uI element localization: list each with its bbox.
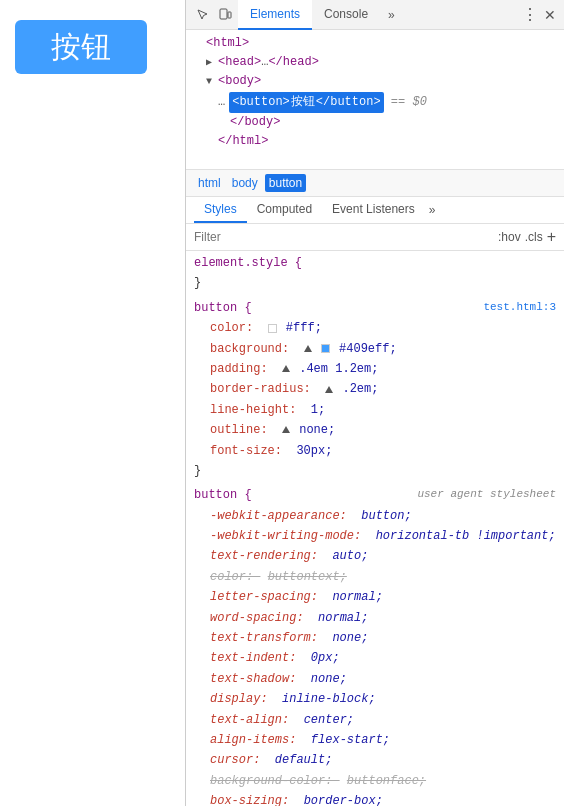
dom-body-close: </body> — [230, 113, 280, 132]
css-prop-color: color: — [194, 321, 260, 335]
css-line-height-line: line-height: 1; — [194, 400, 556, 420]
css-button-selector-line: button { test.html:3 — [194, 298, 556, 318]
filter-add-button[interactable]: + — [547, 228, 556, 246]
css-source-link[interactable]: test.html:3 — [483, 298, 556, 317]
dom-button-selected[interactable]: <button>按钮</button> — [229, 92, 383, 113]
filter-hov-button[interactable]: :hov — [498, 230, 521, 244]
styles-section: element.style { } button { test.html:3 c… — [186, 251, 564, 806]
css-padding-triangle[interactable] — [282, 365, 290, 372]
css-prop-bg-color-ua: background-color: — [194, 774, 340, 788]
css-value-color-ua: buttontext; — [268, 570, 347, 584]
css-letter-spacing-line: letter-spacing: normal; — [194, 587, 556, 607]
css-selector-element: element.style { — [194, 256, 302, 270]
css-prop-background: background: — [194, 342, 296, 356]
more-tabs-icon[interactable]: » — [388, 8, 395, 22]
dom-head-dots: … — [261, 53, 268, 72]
css-prop-align-items: align-items: — [194, 733, 304, 747]
css-webkit-appearance-line: -webkit-appearance: button; — [194, 506, 556, 526]
css-value-text-shadow: none; — [311, 672, 347, 686]
css-value-outline: none; — [299, 423, 335, 437]
inspect-icon[interactable] — [194, 6, 212, 24]
css-value-word-spacing: normal; — [318, 611, 368, 625]
css-value-border-radius: .2em; — [342, 382, 378, 396]
tab-elements[interactable]: Elements — [238, 0, 312, 30]
svg-rect-0 — [220, 9, 227, 19]
css-prop-text-indent: text-indent: — [194, 651, 304, 665]
css-background-swatch[interactable] — [321, 344, 330, 353]
css-prop-webkit-appearance: -webkit-appearance: — [194, 509, 354, 523]
dom-html-close-line: </html> — [194, 132, 556, 151]
css-ua-selector-line: button { user agent stylesheet — [194, 485, 556, 505]
css-rules: element.style { } button { test.html:3 c… — [186, 251, 564, 806]
user-agent-label: user agent stylesheet — [417, 485, 556, 504]
demo-button[interactable]: 按钮 — [15, 20, 147, 74]
dom-selected-indicator: == $0 — [384, 93, 427, 112]
dom-panel: <html> ▶ <head>…</head> ▼ <body> … <butt… — [186, 30, 564, 170]
filter-bar: :hov .cls + — [186, 224, 564, 251]
dom-html-tag: <html> — [206, 34, 249, 53]
dom-html-close: </html> — [218, 132, 268, 151]
css-background-line: background: #409eff; — [194, 339, 556, 359]
css-color-swatch[interactable] — [268, 324, 277, 333]
css-font-size-line: font-size: 30px; — [194, 441, 556, 461]
dom-body-triangle[interactable]: ▼ — [206, 74, 218, 90]
devtools-close-icon[interactable]: ✕ — [544, 7, 556, 23]
css-prop-cursor: cursor: — [194, 753, 268, 767]
css-value-align-items: flex-start; — [311, 733, 390, 747]
dom-button-line[interactable]: … <button>按钮</button> == $0 — [194, 92, 556, 113]
css-outline-line: outline: none; — [194, 420, 556, 440]
css-prop-text-transform: text-transform: — [194, 631, 325, 645]
tab-console[interactable]: Console — [312, 0, 380, 30]
breadcrumb-body[interactable]: body — [228, 174, 262, 192]
css-value-font-size: 30px; — [296, 444, 332, 458]
css-prop-letter-spacing: letter-spacing: — [194, 590, 325, 604]
css-value-letter-spacing: normal; — [332, 590, 382, 604]
css-prop-text-rendering: text-rendering: — [194, 549, 325, 563]
devtools-tabs: Elements Console — [238, 0, 380, 30]
css-button-close: } — [194, 461, 556, 481]
dom-btn-close: </button> — [316, 93, 381, 112]
css-prop-text-align: text-align: — [194, 713, 296, 727]
css-text-rendering-line: text-rendering: auto; — [194, 546, 556, 566]
css-prop-outline: outline: — [194, 423, 275, 437]
css-text-indent-line: text-indent: 0px; — [194, 648, 556, 668]
devtools-menu-icon[interactable]: ⋮ — [522, 5, 540, 24]
dom-ellipsis: … — [218, 93, 225, 112]
css-value-webkit-writing-mode: horizontal-tb !important; — [376, 529, 556, 543]
css-webkit-writing-mode-line: -webkit-writing-mode: horizontal-tb !imp… — [194, 526, 556, 546]
dom-body-line: ▼ <body> — [194, 72, 556, 91]
css-bg-color-ua-line: background-color: buttonface; — [194, 771, 556, 791]
devtools-panel: Elements Console » ⋮ ✕ <html> ▶ <head>…<… — [185, 0, 564, 806]
css-selector-line: element.style { — [194, 253, 556, 273]
style-tab-computed[interactable]: Computed — [247, 197, 322, 223]
svg-rect-1 — [228, 12, 231, 18]
css-display-line: display: inline-block; — [194, 689, 556, 709]
dom-head-triangle[interactable]: ▶ — [206, 55, 218, 71]
style-tabs: Styles Computed Event Listeners » — [186, 197, 564, 224]
css-rule-element-style: element.style { } — [194, 253, 556, 294]
breadcrumb-button[interactable]: button — [265, 174, 306, 192]
dom-btn-text: 按钮 — [291, 93, 315, 112]
css-rule-button: button { test.html:3 color: #fff; backgr… — [194, 298, 556, 482]
style-tabs-more-icon[interactable]: » — [429, 203, 436, 217]
device-icon[interactable] — [216, 6, 234, 24]
css-value-text-rendering: auto; — [332, 549, 368, 563]
css-value-background: #409eff; — [339, 342, 397, 356]
css-text-transform-line: text-transform: none; — [194, 628, 556, 648]
devtools-toolbar: Elements Console » ⋮ ✕ — [186, 0, 564, 30]
css-word-spacing-line: word-spacing: normal; — [194, 608, 556, 628]
css-outline-triangle[interactable] — [282, 426, 290, 433]
dom-head-close: </head> — [268, 53, 318, 72]
filter-cls-button[interactable]: .cls — [525, 230, 543, 244]
css-value-text-indent: 0px; — [311, 651, 340, 665]
css-border-radius-triangle[interactable] — [325, 386, 333, 393]
css-value-color: #fff; — [286, 321, 322, 335]
style-tab-styles[interactable]: Styles — [194, 197, 247, 223]
style-tab-event-listeners[interactable]: Event Listeners — [322, 197, 425, 223]
css-color-ua-line: color: buttontext; — [194, 567, 556, 587]
dom-html-line: <html> — [194, 34, 556, 53]
css-value-cursor: default; — [275, 753, 333, 767]
breadcrumb-html[interactable]: html — [194, 174, 225, 192]
css-background-triangle[interactable] — [304, 345, 312, 352]
filter-input[interactable] — [194, 230, 498, 244]
